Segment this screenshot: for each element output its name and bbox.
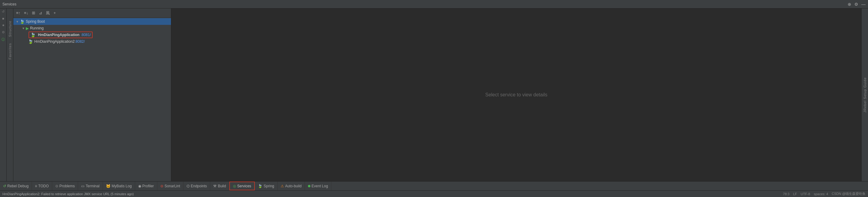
filter-btn[interactable]: ⊿ bbox=[38, 10, 43, 16]
top-bar: Services ⊕ ⚙ — bbox=[0, 0, 868, 8]
profiler-item[interactable]: ◉ Profiler bbox=[135, 182, 157, 190]
cursor-position: 78:3 bbox=[783, 192, 789, 196]
app1-name: HmDianPingApplication bbox=[38, 33, 80, 37]
spring-boot-label: Spring Boot bbox=[26, 19, 45, 24]
panel-toolbar: ≡↑ ≡↓ ⊞ ⊿ 風 + bbox=[13, 8, 171, 17]
app2-port[interactable]: :8082/ bbox=[75, 39, 85, 44]
todo-icon: ≡ bbox=[35, 184, 37, 188]
sonarlint-icon: ⊝ bbox=[160, 184, 163, 188]
panel-title: Services bbox=[2, 2, 848, 6]
tree-area: ▼ 🍃 Spring Boot ▼ ▶ Running 🍃 HmDianPing… bbox=[13, 17, 171, 181]
problems-item[interactable]: ⊝ Problems bbox=[52, 182, 79, 190]
event-log-label: Event Log bbox=[312, 184, 328, 188]
running-node[interactable]: ▼ ▶ Running bbox=[13, 25, 171, 32]
top-bar-icons: ⊕ ⚙ — bbox=[848, 2, 866, 7]
endpoints-icon: ⌬ bbox=[186, 184, 189, 188]
app2-name: HmDianPingApplication2 bbox=[34, 39, 75, 44]
jrebel-icon-3[interactable]: ★ bbox=[2, 23, 5, 27]
favorites-label[interactable]: Favorites bbox=[8, 43, 12, 60]
jrebel-icon-2[interactable]: ■ bbox=[2, 17, 4, 20]
auto-build-label: Auto-build bbox=[285, 184, 302, 188]
app2-node[interactable]: 🍃 HmDianPingApplication2 :8082/ bbox=[13, 38, 171, 45]
main-content: ↺ ■ ★ ⚙ ⓙ Structure Favorites ≡↑ ≡↓ ⊞ ⊿ … bbox=[0, 8, 868, 181]
encoding: UTF-8 bbox=[801, 192, 810, 196]
event-log-badge bbox=[308, 185, 310, 187]
services-label: Services bbox=[237, 184, 251, 188]
profiler-label: Profiler bbox=[143, 184, 154, 188]
group-btn[interactable]: ⊞ bbox=[31, 10, 36, 16]
terminal-label: Terminal bbox=[86, 184, 99, 188]
collapse-all-btn[interactable]: ≡↑ bbox=[15, 10, 21, 16]
rebel-debug-item[interactable]: ↺ Rebel Debug bbox=[0, 182, 32, 190]
spring-icon: 🍃 bbox=[258, 184, 262, 188]
expand-all-btn[interactable]: ≡↓ bbox=[23, 10, 29, 16]
settings-icon[interactable]: ⚙ bbox=[854, 2, 858, 7]
globe-icon[interactable]: ⊕ bbox=[848, 2, 851, 7]
bottom-toolbar: ↺ Rebel Debug ≡ TODO ⊝ Problems ▭ Termin… bbox=[0, 181, 868, 190]
terminal-icon: ▭ bbox=[81, 184, 85, 188]
right-panel-hint: Select service to view details bbox=[485, 92, 548, 97]
app1-port[interactable]: :8081/ bbox=[81, 33, 91, 37]
minimize-icon[interactable]: — bbox=[861, 2, 866, 7]
spring-label: Spring bbox=[264, 184, 274, 188]
services-item[interactable]: ◎ Services bbox=[229, 182, 255, 190]
running-label: Running bbox=[30, 26, 44, 30]
problems-label: Problems bbox=[60, 184, 75, 188]
jrebel-icon-4[interactable]: ⚙ bbox=[2, 30, 5, 34]
problems-icon: ⊝ bbox=[55, 184, 58, 188]
app1-highlighted[interactable]: 🍃 HmDianPingApplication :8081/ bbox=[29, 32, 93, 38]
services-panel: ≡↑ ≡↓ ⊞ ⊿ 風 + ▼ 🍃 Spring Boot ▼ ▶ Runnin… bbox=[13, 8, 171, 181]
mybatis-label: MyBatis Log bbox=[112, 184, 132, 188]
arrow-down-running: ▼ bbox=[22, 27, 25, 30]
auto-build-item[interactable]: ⚠ Auto-build bbox=[278, 182, 305, 190]
jrebel-setup-label[interactable]: JRebel Setup Guide bbox=[863, 77, 867, 112]
mybatis-icon: 🐱 bbox=[106, 184, 111, 188]
profiler-icon: ◉ bbox=[138, 184, 141, 188]
spaces: spaces: 4 bbox=[814, 192, 828, 196]
todo-label: TODO bbox=[38, 184, 49, 188]
right-panel: Select service to view details bbox=[171, 8, 861, 181]
sonarlint-label: SonarLint bbox=[165, 184, 180, 188]
favorites-sidebar: Structure Favorites bbox=[7, 8, 13, 181]
auto-build-icon: ⚠ bbox=[281, 184, 284, 188]
sort-btn[interactable]: 風 bbox=[45, 10, 51, 16]
todo-item[interactable]: ≡ TODO bbox=[32, 182, 52, 190]
app1-node[interactable]: 🍃 HmDianPingApplication :8081/ bbox=[13, 32, 171, 38]
jrebel-sidebar: ↺ ■ ★ ⚙ ⓙ bbox=[0, 8, 7, 181]
mybatis-log-item[interactable]: 🐱 MyBatis Log bbox=[103, 182, 135, 190]
terminal-item[interactable]: ▭ Terminal bbox=[78, 182, 103, 190]
build-label: Build bbox=[218, 184, 226, 188]
rebel-debug-icon: ↺ bbox=[3, 184, 6, 188]
spring-boot-node[interactable]: ▼ 🍃 Spring Boot bbox=[13, 18, 171, 25]
jrebel-icon-5[interactable]: ⓙ bbox=[2, 37, 5, 42]
add-btn[interactable]: + bbox=[53, 10, 57, 16]
status-bar: HmDianPingApplication2: Failed to retrie… bbox=[0, 190, 868, 197]
status-message: HmDianPingApplication2: Failed to retrie… bbox=[2, 192, 779, 196]
spring-item[interactable]: 🍃 Spring bbox=[255, 182, 278, 190]
services-icon: ◎ bbox=[233, 184, 236, 188]
status-right: 78:3 LF UTF-8 spaces: 4 CSDN @喵生森爱吃鱼 bbox=[783, 192, 866, 196]
sonarlint-item[interactable]: ⊝ SonarLint bbox=[157, 182, 183, 190]
rebel-debug-label: Rebel Debug bbox=[7, 184, 29, 188]
endpoints-label: Endpoints bbox=[191, 184, 207, 188]
build-icon: ⚒ bbox=[213, 184, 217, 188]
arrow-down: ▼ bbox=[16, 20, 19, 23]
jrebel-icon-1[interactable]: ↺ bbox=[2, 10, 5, 14]
right-label: CSDN @喵生森爱吃鱼 bbox=[832, 192, 866, 196]
spring-boot-icon: 🍃 bbox=[20, 19, 25, 24]
build-item[interactable]: ⚒ Build bbox=[210, 182, 229, 190]
endpoints-item[interactable]: ⌬ Endpoints bbox=[183, 182, 210, 190]
structure-label[interactable]: Structure bbox=[8, 21, 12, 37]
event-log-item[interactable]: Event Log bbox=[305, 182, 331, 190]
line-ending: LF bbox=[793, 192, 797, 196]
running-icon: ▶ bbox=[26, 26, 29, 31]
app2-icon: 🍃 bbox=[28, 39, 33, 44]
sidebar-right: JRebel Setup Guide bbox=[861, 8, 868, 181]
app1-icon: 🍃 bbox=[30, 32, 35, 37]
